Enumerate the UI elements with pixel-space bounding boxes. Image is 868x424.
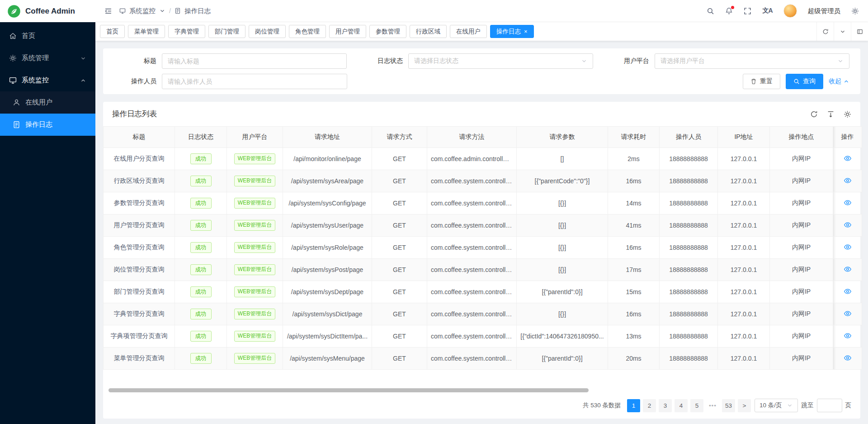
sidebar-menu: 首页 系统管理 系统监控 在线用户 操作日志 [0,22,95,424]
tab-角色管理[interactable]: 角色管理 [289,25,326,38]
table-cell: 18888888888 [660,303,718,325]
tab-label: 参数管理 [376,28,400,36]
reset-button[interactable]: 重置 [743,74,780,89]
tab-用户管理[interactable]: 用户管理 [329,25,366,38]
collapse-filter-link[interactable]: 收起 [829,77,849,86]
page-button-3[interactable]: 3 [659,399,672,412]
table-cell: com.coffee.system.controlle... [427,237,517,259]
tab-label: 角色管理 [295,28,320,36]
menu-label: 系统监控 [22,76,49,85]
column-header[interactable]: 请求方法 [427,127,517,148]
page-button-5[interactable]: 5 [690,399,703,412]
fullscreen-button[interactable] [744,7,751,15]
title-input[interactable] [162,53,347,69]
log-status-select[interactable]: 请选择日志状态 [408,53,593,69]
view-detail-eye-icon[interactable] [844,354,852,362]
page-content: 标题 日志状态 请选择日志状态 用户平台 请选择用户平台 [95,41,868,424]
tab-首页[interactable]: 首页 [100,25,125,38]
view-detail-eye-icon[interactable] [844,332,852,340]
status-badge: 成功 [190,353,212,364]
tab-岗位管理[interactable]: 岗位管理 [249,25,286,38]
tab-菜单管理[interactable]: 菜单管理 [128,25,165,38]
table-cell-action [833,281,862,303]
view-detail-eye-icon[interactable] [844,243,852,251]
refresh-icon [822,29,829,35]
column-header[interactable]: 请求耗时 [608,127,660,148]
page-jump-input[interactable] [817,399,842,412]
refresh-tabs-button[interactable] [816,22,834,41]
search-button[interactable] [707,7,714,15]
sidebar-collapse-button[interactable] [104,7,112,15]
page-button-53[interactable]: 53 [722,399,735,412]
operator-input[interactable] [162,74,347,89]
sidebar-item-operation-log[interactable]: 操作日志 [0,114,95,136]
refresh-icon[interactable] [810,110,818,118]
tab-options-button[interactable] [834,22,851,41]
chevron-down-icon [581,58,587,64]
column-header[interactable]: 日志状态 [175,127,227,148]
column-settings-gear-icon[interactable] [844,110,851,118]
platform-badge: WEB管理后台 [234,153,275,164]
view-detail-eye-icon[interactable] [844,265,852,273]
breadcrumb-item[interactable]: 系统监控 [129,7,156,15]
tab-操作日志[interactable]: 操作日志× [490,25,534,38]
next-page-button[interactable]: > [738,399,751,412]
sidebar-item-system-management[interactable]: 系统管理 [0,47,95,69]
table-cell-action [833,303,862,325]
platform-badge: WEB管理后台 [234,242,275,253]
table-cell: 内网IP [770,281,833,303]
app-title: Coffee Admin [25,7,75,16]
column-header[interactable]: 请求参数 [517,127,608,148]
avatar[interactable] [783,4,797,18]
chevron-down-icon[interactable] [159,8,165,14]
view-detail-eye-icon[interactable] [844,154,852,162]
field-label: 标题 [112,57,162,65]
tab-字典管理[interactable]: 字典管理 [168,25,205,38]
user-platform-select[interactable]: 请选择用户平台 [655,53,849,69]
notifications-button[interactable] [725,7,733,15]
page-size-select[interactable]: 10 条/页 [755,399,798,412]
layout-toggle-button[interactable] [851,22,868,41]
column-header[interactable]: 操作地点 [770,127,833,148]
page-button-2[interactable]: 2 [643,399,656,412]
scrollbar-thumb[interactable] [108,388,589,392]
sidebar-item-home[interactable]: 首页 [0,25,95,47]
settings-button[interactable] [851,7,859,15]
view-detail-eye-icon[interactable] [844,199,852,207]
table-row: 字典管理分页查询成功WEB管理后台/api/system/sysDict/pag… [104,303,862,325]
view-detail-eye-icon[interactable] [844,221,852,229]
view-detail-eye-icon[interactable] [844,176,852,185]
page-button-4[interactable]: 4 [675,399,688,412]
user-name[interactable]: 超级管理员 [808,7,841,15]
tab-部门管理[interactable]: 部门管理 [208,25,245,38]
table-cell: 成功 [175,237,227,259]
view-detail-eye-icon[interactable] [844,310,852,318]
view-detail-eye-icon[interactable] [844,287,852,295]
tab-参数管理[interactable]: 参数管理 [369,25,406,38]
table-row: 用户管理分页查询成功WEB管理后台/api/system/sysUser/pag… [104,214,862,237]
table-cell: /api/system/sysPost/page [283,259,372,281]
page-button-1[interactable]: 1 [627,399,640,412]
table-tools [810,110,851,118]
column-header[interactable]: IP地址 [718,127,770,148]
tab-行政区域[interactable]: 行政区域 [410,25,447,38]
column-header[interactable]: 操作人员 [660,127,718,148]
column-header[interactable]: 请求地址 [283,127,372,148]
tab-在线用户[interactable]: 在线用户 [450,25,487,38]
column-header[interactable]: 用户平台 [227,127,283,148]
language-switch-button[interactable]: 文A [762,7,772,15]
table-cell: 内网IP [770,348,833,370]
column-header[interactable]: 标题 [104,127,175,148]
row-height-icon[interactable] [827,110,835,118]
table-cell: WEB管理后台 [227,148,283,170]
table-cell: GET [372,325,427,348]
sidebar-item-system-monitor[interactable]: 系统监控 [0,69,95,91]
column-header[interactable]: 操作 [833,127,862,148]
sidebar-item-online-users[interactable]: 在线用户 [0,91,95,114]
column-header[interactable]: 请求方式 [372,127,427,148]
log-list-card: 操作日志列表 标题日志状态用户平台请求地址请求方式请求方法请求参数请求耗时操作人… [103,102,860,419]
status-badge: 成功 [190,176,212,186]
tab-close-icon[interactable]: × [524,29,528,34]
filter-field-title: 标题 [112,53,359,69]
query-button[interactable]: 查询 [786,74,823,89]
